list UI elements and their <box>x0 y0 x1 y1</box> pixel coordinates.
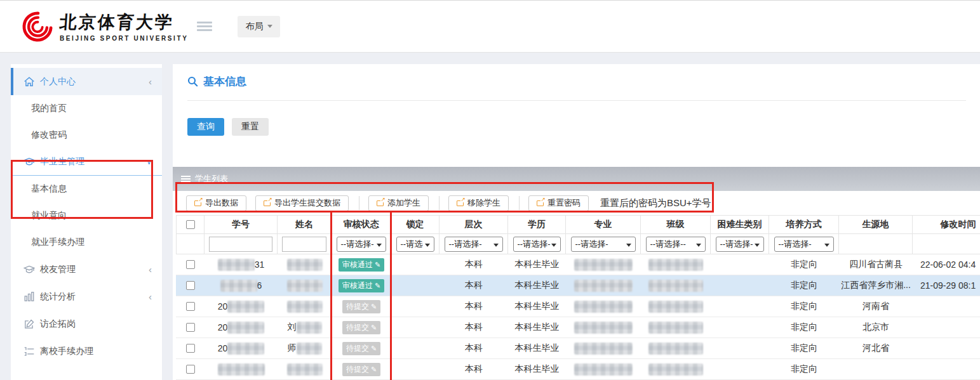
layout-dropdown-button[interactable]: 布局 <box>238 16 280 37</box>
masked-data-block <box>287 301 323 313</box>
row-checkbox[interactable] <box>186 302 195 311</box>
edit-pencil-icon: ✎ <box>375 282 380 290</box>
filter-select-major[interactable]: --请选择- <box>571 237 636 252</box>
cell-text: 22-06-02 04:4 <box>920 259 976 270</box>
toolbar-button-2[interactable]: 添加学生 <box>368 195 429 211</box>
sidebar-item-1[interactable]: 我的首页 <box>11 95 162 122</box>
cell-degree: 本科生毕业 <box>508 296 566 317</box>
filter-cell-class: --请选择-- <box>641 234 711 254</box>
page-title: 基本信息 <box>187 74 980 89</box>
cell-student_id <box>205 359 278 379</box>
sidebar-item-2[interactable]: 修改密码 <box>11 122 162 148</box>
status-badge-pending[interactable]: 待提交✎ <box>342 300 380 313</box>
cell-checkbox <box>176 317 205 337</box>
col-header-name: 姓名 <box>278 216 332 234</box>
cell-student_id: 6 <box>205 275 278 296</box>
sidebar-item-6[interactable]: 就业手续办理 <box>11 229 162 256</box>
cell-modified <box>913 359 980 379</box>
cell-text: 非定向 <box>791 322 817 333</box>
cell-class <box>641 254 711 275</box>
filter-cell-student_id <box>205 234 278 254</box>
filter-cell-training: --请选择- <box>769 234 839 254</box>
cell-origin: 河北省 <box>839 338 913 358</box>
col-header-student_id: 学号 <box>205 216 278 234</box>
row-checkbox[interactable] <box>186 344 195 353</box>
status-badge-pending[interactable]: 待提交✎ <box>342 342 380 355</box>
visible-text-fragment: 20 <box>218 343 228 353</box>
table-row-1: 6审核通过✎本科本科生毕业非定向江西省萍乡市湘...21-09-29 08:1 <box>176 275 980 296</box>
filter-input-student_id[interactable] <box>209 237 272 252</box>
filter-input-name[interactable] <box>282 237 326 252</box>
status-badge-pending[interactable]: 待提交✎ <box>342 321 380 334</box>
cell-text: 本科生毕业 <box>515 280 560 291</box>
row-checkbox[interactable] <box>186 323 195 332</box>
title-divider <box>187 100 966 101</box>
sidebar-item-8[interactable]: 统计分析‹ <box>11 283 162 310</box>
status-badge-approved[interactable]: 审核通过✎ <box>339 279 384 292</box>
col-header-origin: 生源地 <box>839 216 913 234</box>
select-all-checkbox[interactable] <box>186 220 195 229</box>
toolbar-button-0[interactable]: 导出数据 <box>186 195 246 211</box>
sidebar-item-3[interactable]: 毕业生管理∨ <box>11 148 162 176</box>
col-header-modified[interactable]: 修改时间 <box>913 216 980 234</box>
edit-pencil-icon: ✎ <box>375 261 380 269</box>
cell-locked <box>391 338 440 358</box>
filter-select-level[interactable]: --请选择- <box>445 237 503 252</box>
cell-checkbox <box>176 359 205 379</box>
cell-status: 待提交✎ <box>332 296 391 317</box>
filter-select-difficulty[interactable]: --请选择- <box>716 237 764 252</box>
filter-select-class[interactable]: --请选择-- <box>646 237 706 252</box>
chevron-down-icon <box>267 25 272 28</box>
select-caret-icon <box>377 244 382 247</box>
sidebar-item-7[interactable]: 校友管理‹ <box>11 256 162 283</box>
reset-button[interactable]: 重置 <box>232 118 269 136</box>
export-icon <box>194 200 201 206</box>
row-checkbox[interactable] <box>186 260 195 269</box>
cell-major <box>566 254 641 275</box>
cell-student_id: 31 <box>205 254 278 275</box>
col-header-label: 学历 <box>528 219 546 230</box>
sidebar-item-5[interactable]: 就业意向 <box>11 202 162 229</box>
cell-major <box>566 296 641 317</box>
filter-select-status[interactable]: --请选择- <box>337 237 386 252</box>
cell-difficulty <box>711 359 769 379</box>
row-checkbox[interactable] <box>186 281 195 290</box>
filter-select-locked[interactable]: --请选 <box>396 237 434 252</box>
status-badge-pending[interactable]: 待提交✎ <box>342 363 380 376</box>
sidebar-item-10[interactable]: 离校手续办理 <box>11 337 162 365</box>
cell-locked <box>391 254 440 275</box>
filter-select-degree[interactable]: --请选择- <box>513 237 561 252</box>
layout-dropdown-label: 布局 <box>245 21 263 32</box>
sidebar-item-9[interactable]: 访企拓岗 <box>11 310 162 337</box>
masked-data-block <box>648 280 703 292</box>
masked-data-block <box>227 343 264 355</box>
sidebar-item-4[interactable]: 基本信息 <box>11 176 162 202</box>
filter-cell-modified <box>913 234 980 254</box>
sidebar-item-0[interactable]: 个人中心‹ <box>11 68 162 95</box>
cell-status: 审核通过✎ <box>332 275 391 296</box>
filter-select-training[interactable]: --请选择- <box>774 237 834 252</box>
toolbar-button-3[interactable]: 移除学生 <box>448 195 509 211</box>
masked-data-block <box>227 322 264 334</box>
toolbar-button-4[interactable]: 重置密码 <box>528 195 589 211</box>
filter-cell-locked: --请选 <box>391 234 440 254</box>
table-row-0: 31审核通过✎本科本科生毕业非定向四川省古蔺县22-06-02 04:4 <box>176 254 980 275</box>
col-header-class: 班级 <box>641 216 711 234</box>
toolbar-button-1[interactable]: 导出学生提交数据 <box>255 195 349 211</box>
row-checkbox[interactable] <box>186 365 195 374</box>
edit-pencil-icon: ✎ <box>371 324 377 332</box>
search-icon <box>187 76 198 87</box>
cell-difficulty <box>711 254 769 275</box>
query-button[interactable]: 查询 <box>187 118 224 136</box>
table-row-2: 20待提交✎本科本科生毕业非定向河南省 <box>176 296 980 317</box>
cell-status: 待提交✎ <box>332 359 391 379</box>
cell-text: 本科生毕业 <box>515 322 560 333</box>
cell-text: 非定向 <box>791 301 817 312</box>
cell-modified: 21-09-29 08:1 <box>913 275 980 296</box>
col-header-label: 生源地 <box>863 219 889 230</box>
status-badge-approved[interactable]: 审核通过✎ <box>339 258 384 272</box>
sidebar-toggle-hamburger-icon[interactable] <box>197 20 212 33</box>
cell-training: 非定向 <box>769 359 839 379</box>
filter-cell-checkbox <box>176 234 205 254</box>
cell-status: 审核通过✎ <box>332 254 391 275</box>
